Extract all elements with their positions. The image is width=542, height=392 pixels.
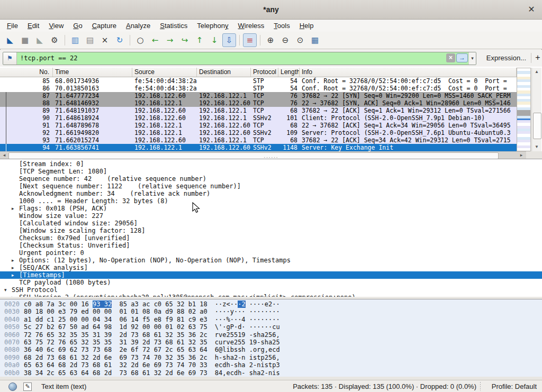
filter-input[interactable]: !tcp.port == 22 — [17, 52, 446, 65]
close-file-button[interactable]: × — [98, 33, 112, 47]
expand-arrow-icon[interactable] — [12, 279, 19, 286]
detail-line[interactable]: ▸Options: (12 bytes), No-Operation (NOP)… — [0, 257, 542, 264]
close-window-button[interactable]: ✕ — [526, 4, 537, 15]
find-packet-button[interactable]: ○ — [133, 33, 147, 47]
packet-row[interactable]: 91 71.648789678 192.168.122.1 192.168.12… — [0, 122, 517, 129]
expand-arrow-icon[interactable]: ▸ — [12, 257, 19, 264]
hex-row[interactable]: 0060 72 76 65 32 35 35 31 39 2d 73 68 61… — [0, 331, 542, 339]
packet-list-vertical-scrollbar[interactable]: ▲ ▼ — [531, 68, 541, 151]
packet-row[interactable]: 86 70.013850163 fe:54:00:d4:38:2a STP 54… — [0, 85, 517, 92]
expand-arrow-icon[interactable] — [12, 227, 19, 234]
expand-arrow-icon[interactable]: ▸ — [12, 264, 19, 271]
detail-line[interactable]: ▾SSH Protocol — [0, 286, 542, 294]
display-filter-field[interactable]: ⚑ !tcp.port == 22 × → ▾ — [3, 52, 476, 65]
expand-arrow-icon[interactable]: ▸ — [12, 205, 19, 212]
expand-arrow-icon[interactable]: ▸ — [12, 271, 19, 279]
menu-item[interactable]: Tools — [269, 21, 294, 31]
hex-row[interactable]: 0020 c0 a8 7a 3c 00 16 93 32 85 a3 ac c0… — [0, 300, 542, 308]
menu-item[interactable]: File — [2, 21, 23, 31]
packet-row[interactable]: 90 71.648618924 192.168.122.60 192.168.1… — [0, 114, 517, 122]
auto-scroll-button[interactable]: ⇩ — [222, 33, 236, 47]
detail-line[interactable]: ▸Flags: 0x018 (PSH, ACK) — [0, 205, 542, 212]
packet-row[interactable]: 89 71.648191037 192.168.122.60 192.168.1… — [0, 107, 517, 114]
menu-item[interactable]: Edit — [23, 21, 44, 31]
start-capture-button[interactable]: ◣ — [3, 33, 17, 47]
column-header[interactable]: Time — [53, 68, 132, 77]
expand-arrow-icon[interactable] — [12, 183, 19, 190]
packet-row[interactable]: 85 68.001734936 fe:54:00:d4:38:2a STP 54… — [0, 77, 517, 85]
open-file-button[interactable]: ▥ — [68, 33, 82, 47]
intelligent-scrollbar-minimap[interactable] — [517, 68, 531, 151]
hex-row[interactable]: 0030 80 18 00 e3 79 ed 00 00 01 01 08 0a… — [0, 308, 542, 315]
detail-line[interactable]: ▸[SEQ/ACK analysis] — [0, 264, 542, 271]
menu-item[interactable]: View — [44, 21, 68, 31]
packet-row[interactable]: 94 71.663856741 192.168.122.1 192.168.12… — [0, 144, 517, 151]
scroll-right-icon[interactable]: ▸ — [518, 152, 525, 159]
expand-arrow-icon[interactable] — [12, 190, 19, 197]
expand-arrow-icon[interactable] — [12, 168, 19, 175]
menu-item[interactable]: Analyze — [121, 21, 155, 31]
menu-item[interactable]: Wireless — [233, 21, 269, 31]
menu-item[interactable]: Help — [295, 21, 319, 31]
packet-row[interactable]: 92 71.661949820 192.168.122.1 192.168.12… — [0, 129, 517, 136]
detail-line[interactable]: [TCP Segment Len: 1080] — [0, 168, 542, 175]
go-forward-button[interactable]: → — [163, 33, 177, 47]
hex-row[interactable]: 0070 63 75 72 76 65 32 35 35 31 39 2d 73… — [0, 339, 542, 346]
packet-row[interactable]: 87 71.647777234 192.168.122.60 192.168.1… — [0, 92, 517, 99]
profile-status[interactable]: Profile: Default — [492, 382, 537, 390]
detail-line[interactable]: [Calculated window size: 29056] — [0, 220, 542, 227]
detail-line[interactable]: Acknowledgment number: 34 (relative ack … — [0, 190, 542, 197]
detail-line[interactable]: ▸[Timestamps] — [0, 271, 542, 279]
expand-arrow-icon[interactable] — [12, 220, 19, 227]
packet-row[interactable]: 88 71.648146932 192.168.122.1 192.168.12… — [0, 99, 517, 107]
detail-line[interactable]: [Window size scaling factor: 128] — [0, 227, 542, 234]
colorize-button[interactable]: ≡ — [243, 33, 257, 47]
scroll-up-icon[interactable]: ▲ — [532, 68, 541, 76]
column-header[interactable]: Protocol — [251, 68, 278, 77]
packet-row[interactable]: 93 71.662015274 192.168.122.60 192.168.1… — [0, 136, 517, 144]
expression-button[interactable]: Expression... — [486, 54, 526, 62]
save-file-button[interactable]: ▤ — [83, 33, 97, 47]
expand-arrow-icon[interactable] — [12, 234, 19, 242]
column-header[interactable]: Length — [278, 68, 300, 77]
expand-arrow-icon[interactable] — [12, 197, 19, 205]
stop-capture-button[interactable]: ■ — [18, 33, 32, 47]
hex-row[interactable]: 0090 68 2d 73 68 61 32 2d 6e 69 73 74 70… — [0, 354, 542, 361]
go-to-last-button[interactable]: ↓ — [207, 33, 221, 47]
menu-item[interactable]: Statistics — [155, 21, 192, 31]
zoom-original-button[interactable]: ⊙ — [293, 33, 307, 47]
detail-line[interactable]: [Next sequence number: 1122 (relative se… — [0, 183, 542, 190]
hex-row[interactable]: 0040 a1 dd c1 25 00 00 04 34 06 14 f5 e8… — [0, 316, 542, 323]
expert-info-icon[interactable] — [8, 382, 17, 391]
capture-options-button[interactable]: ⚙ — [48, 33, 61, 47]
filter-bookmark-icon[interactable]: ⚑ — [3, 52, 17, 65]
pane-splitter-grip[interactable]: ······ — [255, 295, 287, 298]
scroll-down-icon[interactable]: ▼ — [532, 143, 541, 151]
column-header[interactable]: Info — [300, 68, 517, 77]
detail-line[interactable]: [Checksum Status: Unverified] — [0, 242, 542, 249]
expand-arrow-icon[interactable] — [12, 242, 19, 249]
column-header[interactable]: Source — [132, 68, 197, 77]
hex-row[interactable]: 00a0 65 63 64 68 2d 73 68 61 32 2d 6e 69… — [0, 361, 542, 369]
expand-arrow-icon[interactable] — [12, 160, 19, 168]
go-to-packet-button[interactable]: ↪ — [178, 33, 192, 47]
detail-line[interactable]: 1000 .... = Header Length: 32 bytes (8) — [0, 197, 542, 205]
scroll-left-icon[interactable]: ◂ — [1, 152, 8, 159]
capture-comment-icon[interactable]: ✎ — [23, 382, 32, 391]
go-to-first-button[interactable]: ↑ — [193, 33, 206, 47]
resize-columns-button[interactable]: ▦ — [308, 33, 322, 47]
menu-item[interactable]: Go — [68, 21, 87, 31]
detail-line[interactable]: Window size value: 227 — [0, 212, 542, 220]
hex-row[interactable]: 0080 36 40 6c 69 62 73 73 68 2e 6f 72 67… — [0, 346, 542, 353]
menu-item[interactable]: Telephony — [192, 21, 233, 31]
pane-splitter-grip[interactable]: ······ — [255, 156, 287, 159]
zoom-out-button[interactable]: ⊖ — [278, 33, 292, 47]
vertical-scroll-thumb[interactable] — [533, 113, 541, 139]
add-filter-button[interactable]: + — [534, 52, 541, 63]
filter-dropdown-icon[interactable]: ▾ — [468, 52, 476, 65]
filter-clear-icon[interactable]: × — [446, 53, 455, 62]
go-back-button[interactable]: ← — [148, 33, 162, 47]
detail-line[interactable]: Sequence number: 42 (relative sequence n… — [0, 175, 542, 183]
restart-capture-button[interactable]: ◣ — [33, 33, 47, 47]
expand-arrow-icon[interactable] — [12, 212, 19, 220]
